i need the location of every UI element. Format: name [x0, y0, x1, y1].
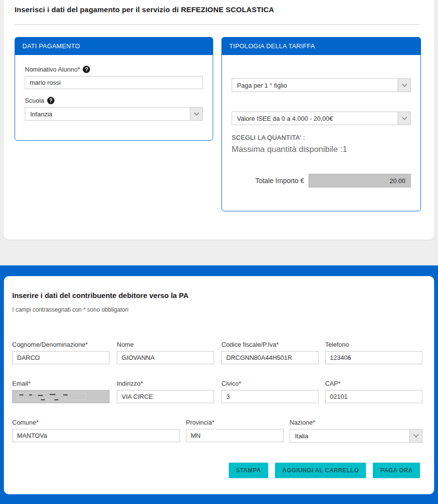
help-icon[interactable]: ?	[47, 97, 55, 104]
country-label: Nazione*	[290, 419, 422, 426]
province-field: Provincia*	[186, 419, 284, 442]
student-name-label-text: Nominativo Alunno*	[25, 66, 80, 73]
zip-label: CAP*	[325, 380, 422, 387]
help-icon[interactable]: ?	[83, 66, 90, 73]
fiscal-code-label: Codice fiscale/P.Iva*	[221, 341, 319, 348]
student-name-label: Nominativo Alunno* ?	[25, 66, 203, 73]
email-field: Email*	[12, 380, 110, 403]
city-label: Comune*	[12, 419, 180, 426]
surname-label: Cognome/Denominazione*	[12, 341, 110, 348]
max-quantity-text: Massima quantità disponibile :1	[232, 145, 411, 154]
country-field: Nazione* Italia	[290, 419, 422, 443]
surname-field: Cognome/Denominazione*	[12, 341, 110, 364]
chevron-down-icon[interactable]	[398, 79, 410, 92]
street-number-field: Civico*	[221, 380, 319, 403]
school-select-value: Infanzia	[25, 111, 190, 118]
add-to-cart-button[interactable]: AGGIUNGI AL CARRELLO	[275, 463, 366, 478]
phone-field: Telefono	[325, 341, 422, 364]
school-label-text: Scuola	[25, 97, 44, 104]
page-title: Inserisci i dati del pagamento per il se…	[15, 5, 274, 14]
total-row: Totale Importo €	[232, 174, 411, 187]
province-label: Provincia*	[186, 419, 284, 426]
street-number-label: Civico*	[221, 380, 319, 387]
city-input[interactable]	[12, 429, 180, 442]
child-select[interactable]: Paga per 1 ° figlio	[232, 78, 411, 92]
email-input-redacted	[12, 390, 110, 403]
name-field: Nome	[117, 341, 214, 364]
zip-input[interactable]	[325, 390, 422, 403]
province-input[interactable]	[186, 429, 284, 442]
address-label: Indirizzo*	[117, 380, 214, 387]
zip-field: CAP*	[325, 380, 422, 403]
fiscal-code-field: Codice fiscale/P.Iva*	[221, 341, 319, 364]
phone-label: Telefono	[325, 341, 422, 348]
print-button[interactable]: STAMPA	[229, 463, 268, 478]
address-field: Indirizzo*	[117, 380, 214, 403]
student-name-input[interactable]	[25, 76, 203, 89]
dati-pagamento-panel: DATI PAGAMENTO Nominativo Alunno* ? Scuo…	[15, 37, 213, 141]
name-input[interactable]	[117, 351, 214, 364]
school-label: Scuola ?	[25, 97, 203, 104]
debtor-card: Inserire i dati del contribuente debitor…	[4, 276, 434, 494]
chevron-down-icon[interactable]	[398, 112, 410, 125]
debtor-subtitle: I campi contrassegnati con * sono obblig…	[12, 306, 128, 313]
chevron-down-icon[interactable]	[409, 429, 422, 442]
total-amount-input	[309, 174, 411, 187]
quantity-heading: SCEGLI LA QUANTITA' :	[232, 134, 411, 141]
debtor-title: Inserire i dati del contribuente debitor…	[12, 291, 188, 299]
email-label: Email*	[12, 380, 110, 387]
dati-pagamento-header: DATI PAGAMENTO	[15, 37, 213, 55]
street-number-input[interactable]	[221, 390, 319, 403]
school-select[interactable]: Infanzia	[25, 107, 203, 121]
child-select-value: Paga per 1 ° figlio	[232, 82, 398, 89]
isee-select[interactable]: Valore ISEE da 0 a 4.000 - 20,00€	[232, 112, 411, 125]
tipologia-tariffa-panel: TIPOLOGIA DELLA TARIFFA Paga per 1 ° fig…	[221, 37, 421, 211]
address-input[interactable]	[117, 390, 214, 403]
chevron-down-icon[interactable]	[190, 108, 202, 120]
action-buttons: STAMPA AGGIUNGI AL CARRELLO PAGA ORA	[229, 463, 420, 478]
dati-pagamento-body: Nominativo Alunno* ? Scuola ? Infanzia	[15, 66, 213, 121]
surname-input[interactable]	[12, 351, 110, 364]
tipologia-tariffa-header: TIPOLOGIA DELLA TARIFFA	[222, 37, 420, 55]
tipologia-tariffa-body: Paga per 1 ° figlio Valore ISEE da 0 a 4…	[222, 78, 420, 187]
name-label: Nome	[117, 341, 214, 348]
phone-input[interactable]	[325, 351, 422, 364]
fiscal-code-input[interactable]	[221, 351, 319, 364]
payment-card: Inserisci i dati del pagamento per il se…	[4, 0, 434, 240]
country-select-value: Italia	[290, 432, 409, 440]
country-select[interactable]: Italia	[290, 429, 422, 443]
total-label: Totale Importo €	[256, 177, 304, 185]
title-divider	[15, 24, 420, 25]
pay-now-button[interactable]: PAGA ORA	[373, 463, 420, 478]
city-field: Comune*	[12, 419, 180, 442]
isee-select-value: Valore ISEE da 0 a 4.000 - 20,00€	[232, 115, 398, 122]
